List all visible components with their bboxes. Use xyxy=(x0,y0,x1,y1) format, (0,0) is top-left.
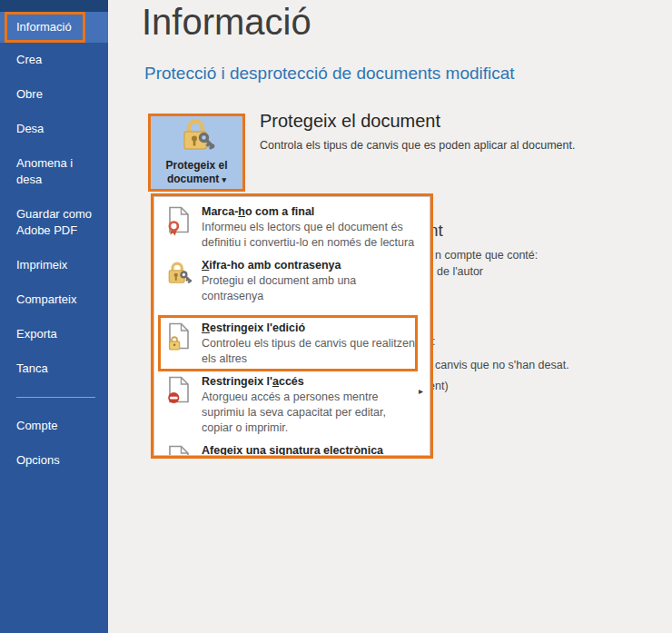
dropdown-caret-icon: ▾ xyxy=(222,175,227,184)
sidebar-item-obre[interactable]: Obre xyxy=(0,77,108,112)
protect-button-label-line2: document ▾ xyxy=(167,173,226,187)
lock-with-key-icon xyxy=(178,118,216,159)
menu-item-title: Restringeix l'accés xyxy=(202,374,417,390)
sidebar-item-compte[interactable]: Compte xyxy=(0,409,108,443)
menu-item-restrict-editing[interactable]: Restringeix l'edició Controleu els tipus… xyxy=(154,318,430,371)
menu-item-description: Controleu els tipus de canvis que realit… xyxy=(202,336,417,367)
encrypt-with-password-icon xyxy=(166,258,193,304)
page-title: Informació xyxy=(142,2,311,43)
sidebar-item-tanca[interactable]: Tanca xyxy=(0,351,108,386)
clipped-text-fragment: canvis que no s'han desat. xyxy=(435,359,569,371)
sidebar-item-imprimeix[interactable]: Imprimeix xyxy=(0,248,108,282)
restrict-editing-icon xyxy=(166,321,193,367)
backstage-sidebar: Informació Crea Obre Desa Anomena i desa… xyxy=(0,0,108,633)
menu-item-description: Atorgueu accés a persones mentre suprimi… xyxy=(202,390,417,436)
clipped-text-fragment: de l'autor xyxy=(437,265,483,278)
sidebar-item-desa[interactable]: Desa xyxy=(0,112,108,146)
menu-item-title: Xifra-ho amb contrasenya xyxy=(202,258,417,273)
sidebar-item-anomena-i-desa[interactable]: Anomena i desa xyxy=(0,146,108,197)
menu-item-title: Marca-ho com a final xyxy=(202,204,417,220)
protect-document-dropdown-menu: Marca-ho com a final Informeu els lector… xyxy=(151,193,433,459)
menu-item-encrypt-with-password[interactable]: Xifra-ho amb contrasenya Protegiu el doc… xyxy=(154,255,430,309)
menu-item-description: Informeu els lectors que el document és … xyxy=(202,220,417,251)
clipped-text-fragment: n compte que conté: xyxy=(435,249,538,262)
protect-button-label-line1: Protegeix el xyxy=(165,159,227,173)
protect-document-button[interactable]: Protegeix el document ▾ xyxy=(151,116,242,189)
submenu-arrow-icon: ▸ xyxy=(419,386,423,396)
sidebar-divider xyxy=(16,397,95,398)
menu-item-title: Restringeix l'edició xyxy=(202,321,417,336)
protect-section-description: Controla els tipus de canvis que es pode… xyxy=(260,139,575,152)
page-subtitle: Protecció i desprotecció de documents mo… xyxy=(144,64,515,84)
sidebar-item-exporta[interactable]: Exporta xyxy=(0,317,108,351)
mark-as-final-icon xyxy=(166,204,193,251)
menu-item-mark-as-final[interactable]: Marca-ho com a final Informeu els lector… xyxy=(154,202,430,255)
sidebar-item-comparteix[interactable]: Comparteix xyxy=(0,282,108,317)
digital-signature-icon xyxy=(166,443,193,456)
sidebar-top-strip xyxy=(0,0,108,12)
annotation-highlight-box: Protegeix el document ▾ xyxy=(148,114,245,192)
sidebar-item-crea[interactable]: Crea xyxy=(0,43,108,77)
menu-item-restrict-access[interactable]: Restringeix l'accés Atorgueu accés a per… xyxy=(154,371,430,440)
sidebar-item-opcions[interactable]: Opcions xyxy=(0,443,108,478)
protect-section-title: Protegeix el document xyxy=(260,111,440,132)
menu-item-description: Protegiu el document amb una contrasenya xyxy=(202,273,417,304)
menu-item-add-digital-signature[interactable]: Afegeix una signatura electrònica Assegu… xyxy=(154,440,430,456)
sidebar-item-label: Informació xyxy=(16,20,72,34)
restrict-access-icon xyxy=(166,374,193,436)
sidebar-item-informacio[interactable]: Informació xyxy=(0,12,108,43)
menu-item-title: Afegeix una signatura electrònica xyxy=(202,443,417,456)
sidebar-item-guardar-como-adobe-pdf[interactable]: Guardar como Adobe PDF xyxy=(0,197,108,248)
